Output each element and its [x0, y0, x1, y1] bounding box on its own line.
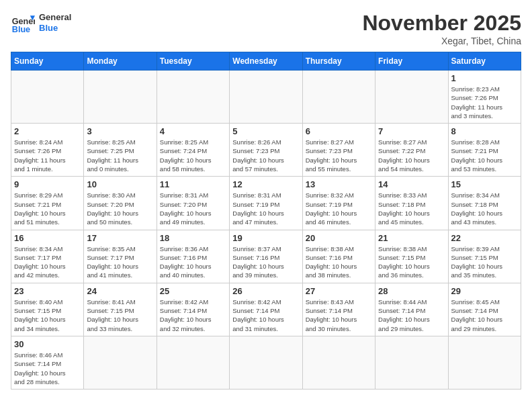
day-info: Sunrise: 8:29 AM Sunset: 7:21 PM Dayligh… — [14, 191, 81, 226]
day-number: 24 — [87, 286, 153, 296]
day-number: 8 — [451, 126, 518, 136]
calendar-day-cell — [302, 336, 375, 389]
weekday-header-sunday: Sunday — [11, 52, 84, 71]
day-info: Sunrise: 8:26 AM Sunset: 7:23 PM Dayligh… — [232, 138, 299, 173]
day-number: 27 — [306, 286, 372, 296]
calendar-header-row: SundayMondayTuesdayWednesdayThursdayFrid… — [11, 52, 521, 71]
day-info: Sunrise: 8:44 AM Sunset: 7:14 PM Dayligh… — [378, 298, 445, 333]
calendar-day-cell — [84, 71, 157, 124]
calendar-week-row: 16Sunrise: 8:34 AM Sunset: 7:17 PM Dayli… — [11, 230, 521, 283]
calendar-day-cell — [157, 71, 229, 124]
day-info: Sunrise: 8:37 AM Sunset: 7:16 PM Dayligh… — [232, 244, 299, 280]
day-number: 25 — [160, 286, 226, 296]
day-info: Sunrise: 8:42 AM Sunset: 7:14 PM Dayligh… — [232, 298, 299, 333]
day-number: 10 — [87, 179, 153, 189]
calendar-week-row: 23Sunrise: 8:40 AM Sunset: 7:15 PM Dayli… — [11, 283, 521, 336]
day-number: 4 — [160, 126, 226, 136]
calendar-day-cell: 9Sunrise: 8:29 AM Sunset: 7:21 PM Daylig… — [11, 177, 84, 230]
day-info: Sunrise: 8:43 AM Sunset: 7:14 PM Dayligh… — [306, 298, 372, 333]
calendar-day-cell: 25Sunrise: 8:42 AM Sunset: 7:14 PM Dayli… — [157, 283, 229, 336]
day-number: 26 — [232, 286, 299, 296]
weekday-header-friday: Friday — [375, 52, 448, 71]
calendar-day-cell: 12Sunrise: 8:31 AM Sunset: 7:19 PM Dayli… — [230, 177, 302, 230]
calendar-day-cell: 6Sunrise: 8:27 AM Sunset: 7:23 PM Daylig… — [302, 124, 375, 177]
day-info: Sunrise: 8:31 AM Sunset: 7:19 PM Dayligh… — [232, 191, 299, 226]
page-header: General Blue General Blue November 2025 … — [11, 11, 521, 46]
day-info: Sunrise: 8:31 AM Sunset: 7:20 PM Dayligh… — [160, 191, 226, 226]
day-number: 13 — [306, 179, 372, 189]
calendar-day-cell: 14Sunrise: 8:33 AM Sunset: 7:18 PM Dayli… — [375, 177, 448, 230]
weekday-header-thursday: Thursday — [302, 52, 375, 71]
weekday-header-wednesday: Wednesday — [230, 52, 302, 71]
day-number: 29 — [451, 286, 518, 296]
day-info: Sunrise: 8:27 AM Sunset: 7:22 PM Dayligh… — [378, 138, 445, 173]
calendar-week-row: 30Sunrise: 8:46 AM Sunset: 7:14 PM Dayli… — [11, 336, 521, 389]
calendar-day-cell — [157, 336, 229, 389]
calendar-day-cell: 24Sunrise: 8:41 AM Sunset: 7:15 PM Dayli… — [84, 283, 157, 336]
day-info: Sunrise: 8:34 AM Sunset: 7:18 PM Dayligh… — [451, 191, 518, 226]
calendar-day-cell — [230, 336, 302, 389]
day-number: 19 — [232, 233, 299, 243]
title-block: November 2025 Xegar, Tibet, China — [362, 11, 521, 46]
day-number: 20 — [306, 233, 372, 243]
day-info: Sunrise: 8:41 AM Sunset: 7:15 PM Dayligh… — [87, 298, 153, 333]
day-number: 9 — [14, 179, 81, 189]
day-number: 2 — [14, 126, 81, 136]
calendar-day-cell: 3Sunrise: 8:25 AM Sunset: 7:25 PM Daylig… — [84, 124, 157, 177]
calendar-day-cell — [375, 336, 448, 389]
calendar-day-cell: 20Sunrise: 8:38 AM Sunset: 7:16 PM Dayli… — [302, 230, 375, 283]
day-info: Sunrise: 8:25 AM Sunset: 7:25 PM Dayligh… — [87, 138, 153, 173]
day-number: 3 — [87, 126, 153, 136]
day-number: 7 — [378, 126, 445, 136]
day-info: Sunrise: 8:30 AM Sunset: 7:20 PM Dayligh… — [87, 191, 153, 226]
logo: General Blue General Blue — [11, 11, 71, 35]
calendar-day-cell: 10Sunrise: 8:30 AM Sunset: 7:20 PM Dayli… — [84, 177, 157, 230]
calendar-day-cell: 26Sunrise: 8:42 AM Sunset: 7:14 PM Dayli… — [230, 283, 302, 336]
day-number: 12 — [232, 179, 299, 189]
weekday-header-tuesday: Tuesday — [157, 52, 229, 71]
weekday-header-saturday: Saturday — [448, 52, 521, 71]
day-number: 22 — [451, 233, 518, 243]
day-info: Sunrise: 8:40 AM Sunset: 7:15 PM Dayligh… — [14, 298, 81, 333]
calendar-day-cell — [375, 71, 448, 124]
svg-text:Blue: Blue — [12, 25, 30, 34]
calendar-day-cell: 23Sunrise: 8:40 AM Sunset: 7:15 PM Dayli… — [11, 283, 84, 336]
day-number: 30 — [14, 339, 81, 349]
day-info: Sunrise: 8:32 AM Sunset: 7:19 PM Dayligh… — [306, 191, 372, 226]
day-info: Sunrise: 8:35 AM Sunset: 7:17 PM Dayligh… — [87, 244, 153, 280]
day-info: Sunrise: 8:28 AM Sunset: 7:21 PM Dayligh… — [451, 138, 518, 173]
calendar-day-cell: 11Sunrise: 8:31 AM Sunset: 7:20 PM Dayli… — [157, 177, 229, 230]
calendar-day-cell — [302, 71, 375, 124]
calendar-day-cell: 19Sunrise: 8:37 AM Sunset: 7:16 PM Dayli… — [230, 230, 302, 283]
day-info: Sunrise: 8:34 AM Sunset: 7:17 PM Dayligh… — [14, 244, 81, 280]
logo-general-text: General — [39, 12, 71, 23]
calendar-table: SundayMondayTuesdayWednesdayThursdayFrid… — [11, 52, 521, 390]
calendar-day-cell: 15Sunrise: 8:34 AM Sunset: 7:18 PM Dayli… — [448, 177, 521, 230]
calendar-day-cell: 28Sunrise: 8:44 AM Sunset: 7:14 PM Dayli… — [375, 283, 448, 336]
calendar-day-cell: 4Sunrise: 8:25 AM Sunset: 7:24 PM Daylig… — [157, 124, 229, 177]
day-number: 14 — [378, 179, 445, 189]
location-subtitle: Xegar, Tibet, China — [362, 36, 521, 46]
day-info: Sunrise: 8:42 AM Sunset: 7:14 PM Dayligh… — [160, 298, 226, 333]
day-number: 21 — [378, 233, 445, 243]
calendar-day-cell: 30Sunrise: 8:46 AM Sunset: 7:14 PM Dayli… — [11, 336, 84, 389]
calendar-day-cell: 22Sunrise: 8:39 AM Sunset: 7:15 PM Dayli… — [448, 230, 521, 283]
day-info: Sunrise: 8:24 AM Sunset: 7:26 PM Dayligh… — [14, 138, 81, 173]
calendar-day-cell: 21Sunrise: 8:38 AM Sunset: 7:15 PM Dayli… — [375, 230, 448, 283]
calendar-day-cell: 1Sunrise: 8:23 AM Sunset: 7:26 PM Daylig… — [448, 71, 521, 124]
day-number: 6 — [306, 126, 372, 136]
calendar-day-cell: 13Sunrise: 8:32 AM Sunset: 7:19 PM Dayli… — [302, 177, 375, 230]
day-number: 11 — [160, 179, 226, 189]
day-number: 28 — [378, 286, 445, 296]
calendar-day-cell: 8Sunrise: 8:28 AM Sunset: 7:21 PM Daylig… — [448, 124, 521, 177]
day-number: 15 — [451, 179, 518, 189]
day-number: 5 — [232, 126, 299, 136]
day-number: 1 — [451, 73, 518, 83]
day-info: Sunrise: 8:39 AM Sunset: 7:15 PM Dayligh… — [451, 244, 518, 280]
day-info: Sunrise: 8:25 AM Sunset: 7:24 PM Dayligh… — [160, 138, 226, 173]
logo-blue-text: Blue — [39, 23, 71, 34]
day-info: Sunrise: 8:46 AM Sunset: 7:14 PM Dayligh… — [14, 351, 81, 386]
calendar-day-cell: 17Sunrise: 8:35 AM Sunset: 7:17 PM Dayli… — [84, 230, 157, 283]
day-number: 18 — [160, 233, 226, 243]
calendar-week-row: 9Sunrise: 8:29 AM Sunset: 7:21 PM Daylig… — [11, 177, 521, 230]
